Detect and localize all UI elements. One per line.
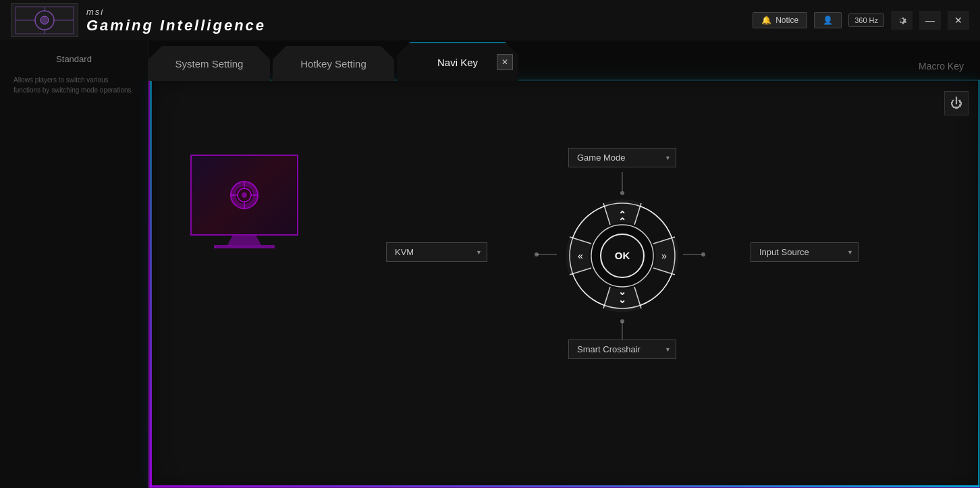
kvm-select-wrapper[interactable]: KVM Input Source Screen Assistance Alarm… [386, 242, 487, 262]
svg-text:»: » [661, 250, 667, 261]
svg-text:⌄: ⌄ [618, 294, 626, 305]
right-dropdown-wrapper: Input Source KVM Game Mode Crosshair [751, 242, 859, 262]
left-dropdown-wrapper: KVM Input Source Screen Assistance Alarm… [386, 242, 487, 262]
svg-text:«: « [578, 250, 583, 261]
minimize-btn[interactable]: — [919, 11, 941, 30]
notification-label: Notice [775, 16, 798, 25]
logo-box [11, 3, 78, 37]
monitor-base [214, 245, 275, 248]
tab-system-label: System Setting [175, 58, 244, 70]
dot-right [701, 252, 705, 256]
kvm-select[interactable]: KVM Input Source Screen Assistance Alarm… [386, 242, 487, 262]
connector-left [537, 254, 557, 255]
tab-system[interactable]: System Setting [148, 46, 270, 81]
minimize-icon: — [925, 15, 935, 26]
user-btn[interactable]: 👤 [814, 12, 842, 28]
dpad-svg: ⌃ ⌃ ⌄ ⌄ « » [562, 195, 683, 317]
monitor-stand [227, 236, 261, 245]
game-mode-select[interactable]: Game Mode Crosshair Alarm Clock Screen A… [568, 148, 676, 167]
notification-btn[interactable]: 🔔 Notice [753, 12, 807, 28]
tab-close-btn[interactable]: ✕ [497, 54, 513, 70]
bell-icon: 🔔 [761, 16, 771, 25]
tab-navikey[interactable]: Navi Key ✕ [397, 42, 518, 81]
connector-top [622, 172, 623, 192]
top-dropdown-wrapper: Game Mode Crosshair Alarm Clock Screen A… [568, 148, 676, 167]
monitor-screen [190, 155, 298, 236]
msi-label: msi [86, 7, 266, 17]
right-glow [978, 80, 979, 487]
bottom-glow [150, 485, 979, 487]
smart-crosshair-select[interactable]: Smart Crosshair Crosshair Input Source K… [568, 340, 676, 359]
macro-key-label: Macro Key [919, 61, 964, 72]
power-icon: ⏻ [950, 97, 962, 111]
gaming-label: Gaming Intelligence [86, 17, 266, 34]
msi-title: msi Gaming Intelligence [86, 7, 266, 34]
monitor-logo [224, 175, 265, 215]
titlebar: msi Gaming Intelligence 🔔 Notice 👤 360 H… [0, 0, 980, 40]
tabs-container: System Setting Hotkey Setting Navi Key ✕… [148, 40, 980, 81]
smart-crosshair-select-wrapper[interactable]: Smart Crosshair Crosshair Input Source K… [568, 340, 676, 359]
macro-key-tab[interactable]: Macro Key [902, 51, 980, 81]
connector-right [683, 254, 703, 255]
gear-icon [896, 14, 908, 26]
dpad-container: ⌃ ⌃ ⌄ ⌄ « » [562, 195, 683, 317]
resolution-badge: 360 Hz [848, 13, 884, 27]
svg-text:OK: OK [615, 250, 630, 261]
tab-navikey-label: Navi Key [437, 57, 478, 68]
reset-btn[interactable]: ⏻ [944, 91, 969, 115]
logo-icon [14, 5, 75, 35]
bottom-dropdown-wrapper: Smart Crosshair Crosshair Input Source K… [568, 340, 676, 359]
input-source-select[interactable]: Input Source KVM Game Mode Crosshair [751, 242, 859, 262]
svg-point-2 [40, 16, 49, 24]
navi-control-layout: Game Mode Crosshair Alarm Clock Screen A… [386, 148, 859, 418]
svg-point-9 [242, 192, 247, 198]
settings-btn[interactable] [891, 11, 913, 30]
titlebar-left: msi Gaming Intelligence [11, 3, 266, 37]
tab-hotkey[interactable]: Hotkey Setting [273, 46, 394, 81]
sidebar-description: Allows players to switch various functio… [0, 75, 148, 95]
sidebar-standard-label: Standard [56, 54, 92, 64]
close-btn[interactable]: ✕ [948, 11, 969, 30]
game-mode-select-wrapper[interactable]: Game Mode Crosshair Alarm Clock Screen A… [568, 148, 676, 167]
tab-hotkey-label: Hotkey Setting [300, 58, 366, 70]
sidebar: Standard Allows players to switch variou… [0, 40, 148, 488]
main-panel: ⏻ Game Mode Crosshai [148, 80, 980, 488]
close-icon: ✕ [954, 15, 962, 26]
titlebar-right: 🔔 Notice 👤 360 Hz — ✕ [753, 11, 969, 30]
input-source-select-wrapper[interactable]: Input Source KVM Game Mode Crosshair [751, 242, 859, 262]
monitor-display [190, 155, 298, 248]
user-icon: 👤 [823, 16, 833, 25]
left-glow [150, 80, 152, 487]
